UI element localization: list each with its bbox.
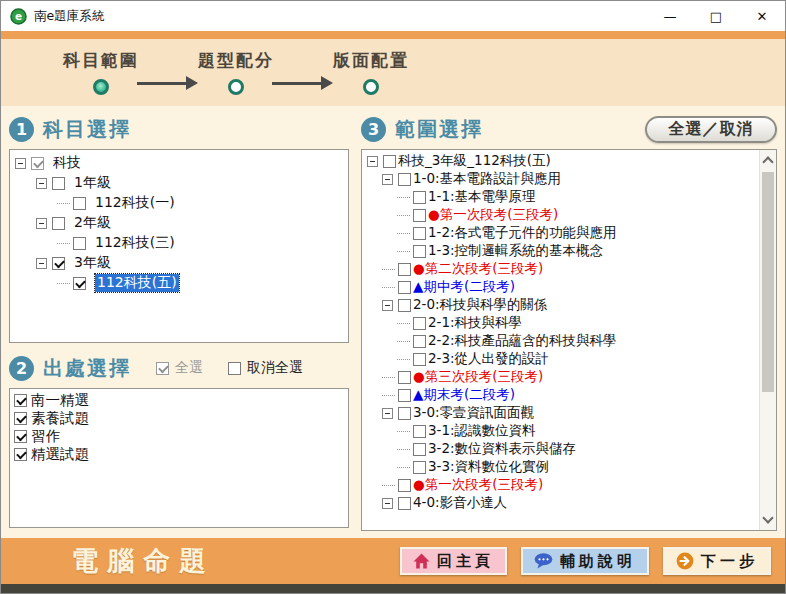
subject-tree-item[interactable]: 2年級 bbox=[12, 213, 346, 233]
range-tree-item[interactable]: 科技_3年級_112科技(五) bbox=[364, 152, 757, 170]
expander-minus-icon[interactable] bbox=[382, 408, 393, 419]
select-all-checkbox-group[interactable]: 全選 bbox=[156, 359, 203, 377]
source-item-label[interactable]: 精選試題 bbox=[31, 445, 89, 464]
scroll-down-icon[interactable] bbox=[762, 512, 773, 523]
tree-item-label[interactable]: 1-3:控制邏輯系統的基本概念 bbox=[428, 242, 603, 260]
tree-item-label[interactable]: 2-0:科技與科學的關係 bbox=[413, 296, 548, 314]
tree-item-label[interactable]: 4-0:影音小達人 bbox=[413, 494, 507, 512]
source-list-item[interactable]: 精選試題 bbox=[12, 445, 346, 463]
checkbox[interactable] bbox=[398, 263, 411, 276]
range-tree-item[interactable]: ●第二次段考(三段考) bbox=[364, 260, 757, 278]
tree-item-label[interactable]: 3-3:資料數位化實例 bbox=[428, 458, 549, 476]
tree-item-label[interactable]: 112科技(一) bbox=[95, 194, 175, 212]
checkbox[interactable] bbox=[413, 245, 426, 258]
checkbox[interactable] bbox=[31, 157, 44, 170]
checkbox[interactable] bbox=[413, 227, 426, 240]
source-item-label[interactable]: 南一精選 bbox=[31, 391, 89, 410]
checkbox[interactable] bbox=[413, 461, 426, 474]
expander-minus-icon[interactable] bbox=[382, 174, 393, 185]
source-list-item[interactable]: 南一精選 bbox=[12, 391, 346, 409]
subject-tree-item[interactable]: 112科技(三) bbox=[12, 233, 346, 253]
range-tree-item[interactable]: 1-0:基本電路設計與應用 bbox=[364, 170, 757, 188]
select-toggle-button[interactable]: 全選／取消 bbox=[645, 116, 777, 143]
tree-item-label[interactable]: ▲期中考(二段考) bbox=[413, 278, 515, 296]
checkbox[interactable] bbox=[413, 425, 426, 438]
tree-item-label[interactable]: 2-2:科技產品蘊含的科技與科學 bbox=[428, 332, 617, 350]
deselect-all-checkbox-group[interactable]: 取消全選 bbox=[228, 359, 303, 377]
checkbox[interactable] bbox=[398, 479, 411, 492]
range-tree-item[interactable]: 2-1:科技與科學 bbox=[364, 314, 757, 332]
scrollbar-thumb[interactable] bbox=[762, 172, 774, 392]
tree-item-label[interactable]: ▲期末考(二段考) bbox=[413, 386, 515, 404]
checkbox[interactable] bbox=[398, 173, 411, 186]
tree-item-label[interactable]: 1-0:基本電路設計與應用 bbox=[413, 170, 561, 188]
tree-item-label[interactable]: 1-2:各式電子元件的功能與應用 bbox=[428, 224, 617, 242]
checkbox[interactable] bbox=[413, 209, 426, 222]
tree-item-label[interactable]: 3年級 bbox=[74, 254, 111, 272]
source-item-label[interactable]: 習作 bbox=[31, 427, 60, 446]
scrollbar[interactable] bbox=[759, 150, 776, 530]
expander-minus-icon[interactable] bbox=[36, 218, 47, 229]
tree-item-label[interactable]: 1-1:基本電學原理 bbox=[428, 188, 536, 206]
range-tree-item[interactable]: 2-0:科技與科學的關係 bbox=[364, 296, 757, 314]
checkbox[interactable] bbox=[398, 497, 411, 510]
range-tree-item[interactable]: 1-1:基本電學原理 bbox=[364, 188, 757, 206]
range-tree-item[interactable]: ▲期中考(二段考) bbox=[364, 278, 757, 296]
expander-minus-icon[interactable] bbox=[36, 178, 47, 189]
range-tree-item[interactable]: 1-3:控制邏輯系統的基本概念 bbox=[364, 242, 757, 260]
close-button[interactable]: ✕ bbox=[739, 1, 785, 31]
source-list-item[interactable]: 習作 bbox=[12, 427, 346, 445]
checkbox[interactable] bbox=[73, 197, 86, 210]
range-tree-item[interactable]: 3-2:數位資料表示與儲存 bbox=[364, 440, 757, 458]
tree-item-label[interactable]: ●第一次段考(三段考) bbox=[413, 476, 543, 494]
tree-item-label[interactable]: ●第一次段考(三段考) bbox=[428, 206, 558, 224]
subject-tree-item[interactable]: 3年級 bbox=[12, 253, 346, 273]
subject-tree-item[interactable]: 112科技(五) bbox=[12, 273, 346, 293]
subject-tree-item[interactable]: 科技 bbox=[12, 153, 346, 173]
checkbox[interactable] bbox=[14, 412, 27, 425]
range-tree-item[interactable]: ▲期末考(二段考) bbox=[364, 386, 757, 404]
checkbox[interactable] bbox=[398, 371, 411, 384]
scroll-up-icon[interactable] bbox=[762, 156, 773, 167]
tree-item-label[interactable]: 2年級 bbox=[74, 214, 111, 232]
checkbox[interactable] bbox=[398, 281, 411, 294]
checkbox[interactable] bbox=[52, 217, 65, 230]
range-tree-item[interactable]: 1-2:各式電子元件的功能與應用 bbox=[364, 224, 757, 242]
maximize-button[interactable]: □ bbox=[693, 1, 739, 31]
range-tree-item[interactable]: 4-0:影音小達人 bbox=[364, 494, 757, 512]
tree-item-label[interactable]: 3-2:數位資料表示與儲存 bbox=[428, 440, 576, 458]
checkbox[interactable] bbox=[398, 299, 411, 312]
tree-item-label[interactable]: 2-3:從人出發的設計 bbox=[428, 350, 549, 368]
checkbox[interactable] bbox=[14, 430, 27, 443]
range-tree-item[interactable]: 2-2:科技產品蘊含的科技與科學 bbox=[364, 332, 757, 350]
checkbox[interactable] bbox=[52, 257, 65, 270]
checkbox[interactable] bbox=[73, 237, 86, 250]
expander-minus-icon[interactable] bbox=[15, 158, 26, 169]
range-tree-item[interactable]: ●第一次段考(三段考) bbox=[364, 476, 757, 494]
tree-item-label[interactable]: 科技 bbox=[53, 154, 81, 172]
select-all-checkbox[interactable] bbox=[156, 362, 169, 375]
checkbox[interactable] bbox=[413, 443, 426, 456]
tree-item-label[interactable]: 112科技(三) bbox=[95, 234, 175, 252]
checkbox[interactable] bbox=[52, 177, 65, 190]
tree-item-label[interactable]: 科技_3年級_112科技(五) bbox=[398, 152, 551, 170]
expander-minus-icon[interactable] bbox=[382, 498, 393, 509]
source-item-label[interactable]: 素養試題 bbox=[31, 409, 89, 428]
checkbox[interactable] bbox=[14, 394, 27, 407]
checkbox[interactable] bbox=[398, 407, 411, 420]
range-tree-item[interactable]: ●第三次段考(三段考) bbox=[364, 368, 757, 386]
expander-minus-icon[interactable] bbox=[382, 300, 393, 311]
tree-item-label[interactable]: 3-0:零壹資訊面面觀 bbox=[413, 404, 534, 422]
subject-tree-item[interactable]: 112科技(一) bbox=[12, 193, 346, 213]
deselect-all-checkbox[interactable] bbox=[228, 362, 241, 375]
tree-item-label[interactable]: 1年級 bbox=[74, 174, 111, 192]
checkbox[interactable] bbox=[14, 448, 27, 461]
tree-item-label[interactable]: ●第二次段考(三段考) bbox=[413, 260, 543, 278]
tree-item-label[interactable]: 2-1:科技與科學 bbox=[428, 314, 522, 332]
range-tree-item[interactable]: ●第一次段考(三段考) bbox=[364, 206, 757, 224]
home-button[interactable]: 回主頁 bbox=[400, 547, 507, 575]
tree-item-label[interactable]: 112科技(五) bbox=[95, 274, 179, 292]
checkbox[interactable] bbox=[413, 317, 426, 330]
subject-tree-item[interactable]: 1年級 bbox=[12, 173, 346, 193]
range-tree-item[interactable]: 3-1:認識數位資料 bbox=[364, 422, 757, 440]
